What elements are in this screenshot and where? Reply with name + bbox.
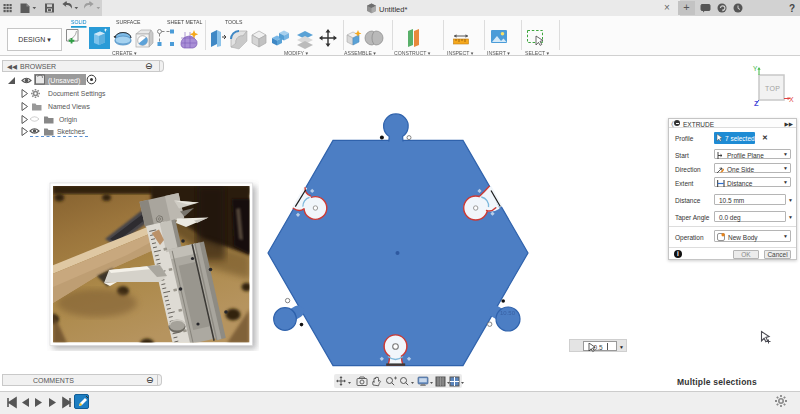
- svg-text:10.50: 10.50: [500, 310, 516, 316]
- svg-text:Origin: Origin: [59, 116, 77, 124]
- svg-text:Z: Z: [754, 99, 759, 108]
- svg-text:Sketches: Sketches: [57, 128, 86, 135]
- svg-text:Y: Y: [753, 65, 758, 72]
- svg-text:(Unsaved): (Unsaved): [48, 77, 80, 85]
- svg-text:Document Settings: Document Settings: [48, 90, 106, 98]
- svg-text:TOP: TOP: [765, 85, 780, 92]
- svg-text:X: X: [789, 96, 794, 103]
- svg-text:Named Views: Named Views: [48, 103, 90, 110]
